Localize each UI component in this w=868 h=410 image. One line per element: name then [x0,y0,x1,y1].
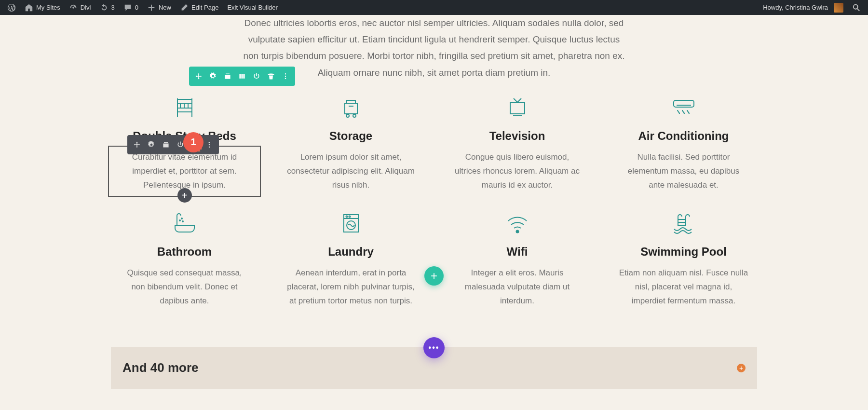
feature-text: Lorem ipsum dolor sit amet, consectetur … [277,150,424,192]
feature-title: Laundry [277,245,424,259]
feature-title: Storage [277,129,424,143]
feature-title: Bathroom [111,245,258,259]
svg-point-16 [353,114,356,117]
svg-point-26 [179,220,180,221]
search-icon [852,3,861,12]
feature-television[interactable]: Television Congue quis libero euismod, u… [444,96,591,192]
howdy-link[interactable]: Howdy, Christina Gwira [759,0,848,15]
feature-title: Swimming Pool [610,245,757,259]
selected-text-module[interactable]: 1 Curabitur vitae elementum id imperdiet… [111,150,258,192]
row-move-button[interactable] [192,69,205,83]
row-columns-button[interactable] [235,69,249,83]
svg-line-20 [517,98,521,102]
wp-admin-bar: My Sites Divi 3 0 New Edit Page Exit Vis… [0,0,868,15]
page-content: Donec ultricies lobortis eros, nec aucto… [0,15,868,408]
gauge-icon [69,3,78,12]
toggle-accordion-button[interactable]: + [737,364,746,372]
tv-icon [444,96,591,120]
svg-point-31 [349,216,350,218]
features-section: Double Story Beds 1 Curabitur vitae elem… [111,86,757,328]
module-settings-button[interactable] [145,138,158,151]
bunk-bed-icon [111,96,258,120]
my-sites-link[interactable]: My Sites [20,0,65,15]
updates-link[interactable]: 3 [95,0,119,15]
house-icon [25,3,33,12]
my-sites-label: My Sites [36,4,60,11]
svg-point-27 [182,221,183,222]
feature-double-story-beds[interactable]: Double Story Beds 1 Curabitur vitae elem… [111,96,258,192]
feature-air-conditioning[interactable]: Air Conditioning Nulla facilisi. Sed por… [610,96,757,192]
wp-logo[interactable] [3,0,20,15]
features-grid: Double Story Beds 1 Curabitur vitae elem… [111,96,757,328]
feature-swimming-pool[interactable]: Swimming Pool Etiam non aliquam nisl. Fu… [610,211,757,308]
site-name-label: Divi [81,4,91,11]
step-badge: 1 [183,132,203,152]
feature-title: Air Conditioning [610,129,757,143]
feature-text: Aenean interdum, erat in porta placerat,… [277,266,424,308]
svg-point-12 [209,146,210,148]
storage-icon [277,96,424,120]
more-section[interactable]: ••• And 40 more + [111,347,757,389]
feature-storage[interactable]: Storage Lorem ipsum dolor sit amet, cons… [277,96,424,192]
row-settings-button[interactable] [206,69,220,83]
feature-laundry[interactable]: Laundry Aenean interdum, erat in porta p… [277,211,424,308]
ac-icon [610,96,757,120]
module-move-button[interactable] [130,138,144,151]
add-module-button[interactable]: + [177,188,192,203]
refresh-icon [100,3,108,12]
svg-point-25 [181,218,182,219]
edit-page-link[interactable]: Edit Page [176,0,223,15]
edit-page-label: Edit Page [191,4,218,11]
wordpress-icon [7,3,16,12]
feature-text: Etiam non aliquam nisl. Fusce nulla nisl… [610,266,757,308]
module-more-button[interactable] [203,138,216,151]
feature-text: Quisque sed consequat massa, non bibendu… [111,266,258,308]
svg-rect-18 [510,102,525,114]
new-label: New [159,4,171,11]
svg-point-10 [209,142,210,143]
wifi-icon [444,211,591,235]
updates-count: 3 [111,4,115,11]
svg-point-1 [285,75,286,77]
exit-vb-link[interactable]: Exit Visual Builder [223,0,282,15]
svg-point-30 [346,216,347,218]
row-power-button[interactable] [250,69,263,83]
add-row-button[interactable]: + [424,266,444,286]
feature-title: Television [444,129,591,143]
exit-vb-label: Exit Visual Builder [227,4,278,11]
svg-rect-14 [347,100,355,103]
section-settings-fab[interactable]: ••• [423,337,445,358]
pool-icon [610,211,757,235]
feature-wifi[interactable]: Wifi Integer a elit eros. Mauris malesua… [444,211,591,308]
new-link[interactable]: New [143,0,176,15]
row-toolbar [189,67,295,86]
feature-bathroom[interactable]: Bathroom Quisque sed consequat massa, no… [111,211,258,308]
row-duplicate-button[interactable] [221,69,234,83]
washer-icon [277,211,424,235]
admin-bar-right: Howdy, Christina Gwira [759,0,865,15]
svg-rect-13 [345,103,357,114]
admin-search[interactable] [848,0,865,15]
feature-title: Wifi [444,245,591,259]
feature-text: Nulla facilisi. Sed porttitor elementum … [610,150,757,192]
bathtub-icon [111,211,258,235]
feature-text: Congue quis libero euismod, ultrices rho… [444,150,591,192]
comment-icon [123,3,132,12]
svg-point-0 [285,73,286,75]
svg-line-19 [514,98,517,102]
module-duplicate-button[interactable] [159,138,173,151]
more-heading: And 40 more [122,360,199,375]
howdy-label: Howdy, Christina Gwira [763,4,828,11]
row-more-button[interactable] [279,69,292,83]
avatar [834,3,843,13]
svg-rect-3 [177,99,192,103]
row-delete-button[interactable] [264,69,278,83]
pencil-icon [180,3,189,12]
comments-link[interactable]: 0 [119,0,143,15]
svg-point-33 [516,231,518,233]
comments-count: 0 [135,4,138,11]
svg-point-2 [285,78,286,79]
svg-point-11 [209,144,210,145]
site-name-link[interactable]: Divi [65,0,95,15]
plus-icon [147,3,156,12]
